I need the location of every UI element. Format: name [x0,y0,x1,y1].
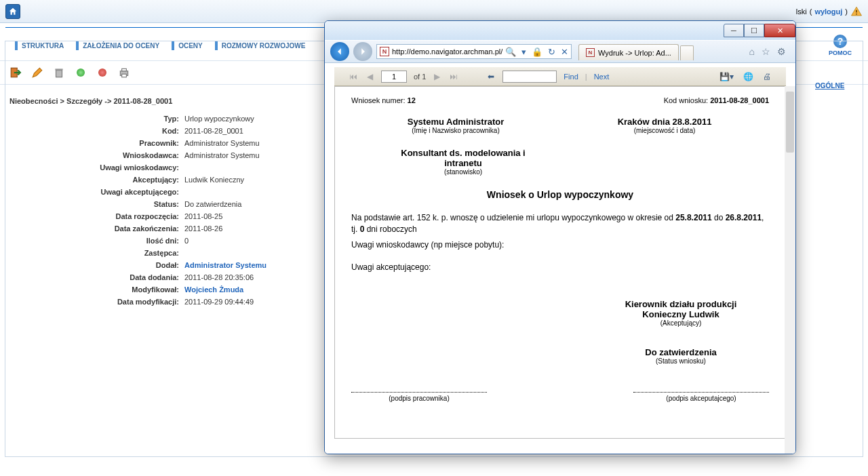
lbl-data-dod: Data dodania: [9,273,179,281]
delete-icon[interactable] [53,66,65,79]
next-link[interactable]: Next [594,73,610,81]
refresh-report-icon[interactable]: 🌐 [742,72,755,81]
lbl-typ: Typ: [9,115,179,123]
svg-rect-0 [856,9,857,12]
last-page-icon[interactable]: ⏭ [448,72,459,81]
page-input[interactable] [381,71,407,83]
lang-suffix: lski [796,7,807,16]
parent-report-icon[interactable]: ⬅ [486,72,496,81]
help-button[interactable]: ? POMOC [822,35,859,56]
lbl-mod: Modyfikował: [9,285,179,294]
lbl-data-roz: Data rozpoczęcia: [9,212,179,220]
new-tab-button[interactable] [680,45,694,60]
report-toolbar: ⏮ ◀ of 1 ▶ ⏭ ⬅ Find | Next 💾▾ 🌐 🖨 [334,67,786,86]
warning-icon [850,5,863,18]
svg-rect-7 [122,74,127,77]
lbl-wniosk: Wnioskodawca: [9,151,179,159]
link-dodal[interactable]: Administrator Systemu [184,261,267,269]
print-icon[interactable] [118,66,130,79]
topbar: lski (wyloguj) [0,0,868,23]
ogolne-link[interactable]: OGÓLNE [815,82,844,90]
lbl-dodal: Dodał: [9,261,179,269]
browser-tab[interactable]: N Wydruk -> Urlop: Ad... [578,44,679,60]
scroll-thumb[interactable] [786,92,794,153]
report-title: Wniosek o Urlop wypoczynkowy [351,189,769,200]
prev-page-icon[interactable]: ◀ [366,72,374,81]
print-report-icon[interactable]: 🖨 [762,72,772,81]
right-panel: OGÓLNE [815,81,863,90]
close-button[interactable]: ✕ [764,24,795,37]
stop-icon[interactable]: ✕ [561,47,568,57]
employee-name: Systemu Administrator [351,117,560,127]
edit-icon[interactable] [31,66,43,79]
home-button[interactable] [5,4,20,19]
favicon-icon: N [380,47,389,56]
dropdown-icon[interactable]: ▾ [521,47,526,57]
tab-favicon-icon: N [586,48,595,57]
lock-icon: 🔒 [532,47,542,57]
lbl-uwagi-a: Uwagi akceptującego: [9,188,179,196]
lbl-prac: Pracownik: [9,139,179,147]
link-mod[interactable]: Wojciech Żmuda [184,285,243,294]
back-button[interactable] [330,42,349,61]
lbl-ilosc: Ilość dni: [9,237,179,245]
exit-icon[interactable] [9,66,22,79]
refresh-icon[interactable]: ↻ [548,47,555,57]
maximize-button[interactable]: ☐ [744,24,764,37]
reject-icon[interactable] [96,66,108,79]
favorites-icon[interactable]: ☆ [762,46,770,57]
sig-employee: (podpis pracownika) [351,392,487,402]
minimize-button[interactable]: ─ [724,24,744,37]
url-input[interactable] [392,47,502,56]
lbl-zast: Zastępca: [9,249,179,257]
ie-popup-window: ─ ☐ ✕ N 🔍 ▾ 🔒 ↻ ✕ N [324,20,796,454]
tab-zalozenia[interactable]: ZAŁOŻENIA DO OCENY [71,38,165,53]
find-input[interactable] [502,71,557,83]
lbl-uwagi-w: Uwagi wnioskodawcy: [9,163,179,172]
svg-rect-3 [56,71,62,77]
export-icon[interactable]: 💾▾ [718,72,735,81]
home-icon[interactable]: ⌂ [749,46,755,57]
position: Konsultant ds. modelowania i intranetu [385,148,541,168]
tab-struktura[interactable]: STRUKTURA [9,38,69,53]
svg-rect-6 [122,68,127,71]
address-bar-row: N 🔍 ▾ 🔒 ↻ ✕ N Wydruk -> Urlop: Ad... ⌂ [325,40,795,63]
city-date: Kraków dnia 28.8.2011 [560,117,769,127]
page-of: of 1 [414,73,426,81]
lbl-status: Status: [9,200,179,208]
report-body: Na podstawie art. 152 k. p. wnoszę o udz… [351,212,769,235]
lbl-data-mod: Data modyfikacji: [9,298,179,306]
window-titlebar[interactable]: ─ ☐ ✕ [325,21,795,40]
tab-title: Wydruk -> Urlop: Ad... [598,49,671,57]
find-link[interactable]: Find [564,73,578,81]
search-icon[interactable]: 🔍 [505,47,516,57]
approve-icon[interactable] [75,66,87,79]
lbl-kod: Kod: [9,127,179,135]
tab-oceny[interactable]: OCENY [166,38,208,53]
tools-icon[interactable]: ⚙ [777,46,786,57]
svg-rect-4 [55,68,62,70]
lbl-akc: Akceptujący: [9,176,179,184]
sig-accept: (podpis akceputajcego) [633,392,769,402]
svg-rect-1 [856,14,857,15]
next-page-icon[interactable]: ▶ [433,72,441,81]
report-viewport[interactable]: Wniosek numer: 12 Kod wniosku: 2011-08-2… [325,86,795,454]
lbl-data-zak: Data zakończenia: [9,224,179,233]
logout-link[interactable]: wyloguj [814,7,842,16]
forward-button[interactable] [353,42,372,61]
home-icon [8,7,18,16]
tab-rozmowy[interactable]: ROZMOWY ROZWOJOWE [210,38,311,53]
scrollbar[interactable] [785,86,795,454]
address-bar[interactable]: N 🔍 ▾ 🔒 ↻ ✕ [376,44,572,59]
first-page-icon[interactable]: ⏮ [348,72,359,81]
help-icon: ? [833,35,847,48]
report-page: Wniosek numer: 12 Kod wniosku: 2011-08-2… [334,86,786,439]
